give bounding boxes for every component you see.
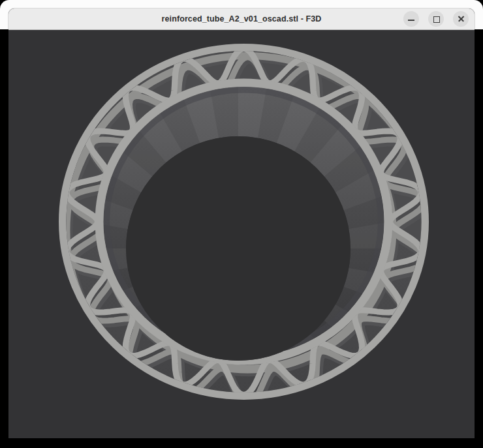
window-title: reinforced_tube_A2_v01_oscad.stl - F3D — [162, 14, 322, 23]
close-button[interactable] — [453, 11, 469, 27]
maximize-button[interactable] — [428, 11, 444, 27]
window-controls — [403, 11, 469, 27]
f3d-window: reinforced_tube_A2_v01_oscad.stl - F3D — [8, 8, 475, 438]
3d-viewport[interactable] — [8, 30, 475, 438]
minimize-icon — [408, 20, 414, 21]
window-titlebar[interactable]: reinforced_tube_A2_v01_oscad.stl - F3D — [8, 8, 475, 30]
minimize-button[interactable] — [403, 11, 419, 27]
maximize-icon — [433, 16, 440, 23]
stl-model-render — [8, 30, 475, 438]
